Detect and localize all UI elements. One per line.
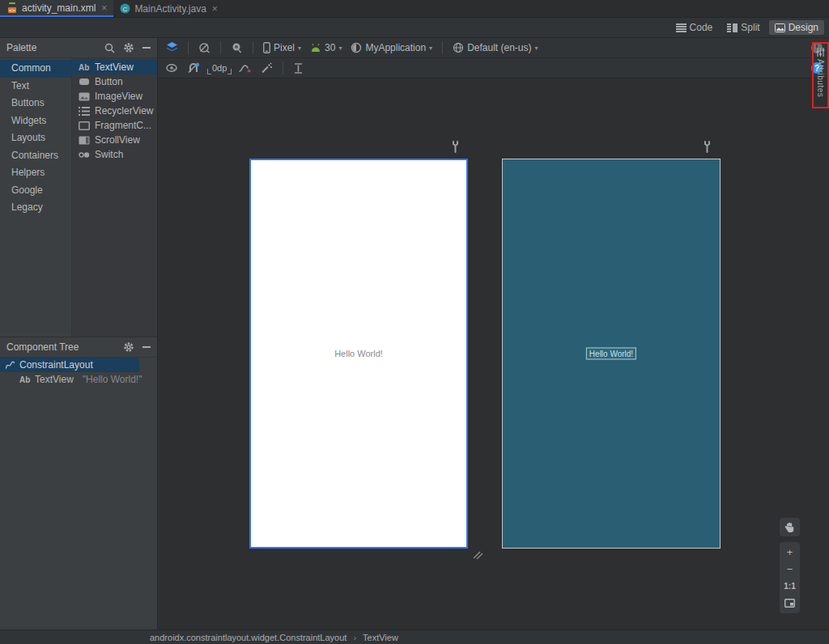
attributes-tab-label: Attributes bbox=[816, 59, 825, 97]
palette-header: Palette bbox=[0, 38, 157, 58]
design-label: Design bbox=[789, 22, 818, 33]
tab-label: MainActivity.java bbox=[134, 3, 206, 15]
system-ui-mode-button[interactable] bbox=[229, 40, 244, 55]
design-editor: Pixel ▾ 30 ▾ MyApplication ▾ bbox=[158, 38, 829, 629]
imageview-icon bbox=[79, 92, 90, 101]
code-icon bbox=[676, 23, 687, 32]
hello-world-text[interactable]: Hello World! bbox=[334, 349, 383, 358]
gear-icon[interactable] bbox=[123, 341, 134, 353]
tab-label: activity_main.xml bbox=[22, 2, 96, 14]
zoom-actual-size-button[interactable]: 1:1 bbox=[780, 578, 800, 595]
palette-item-textview[interactable]: Ab TextView bbox=[72, 60, 157, 74]
design-icon bbox=[775, 23, 785, 32]
palette-item-fragmentcontainer[interactable]: FragmentC... bbox=[72, 118, 157, 133]
zoom-to-fit-button[interactable] bbox=[780, 595, 800, 612]
clear-constraints-icon: × bbox=[239, 63, 252, 74]
minimize-icon[interactable] bbox=[142, 44, 151, 52]
zoom-controls: + − 1:1 bbox=[780, 542, 800, 613]
design-config-wrench-icon[interactable] bbox=[450, 141, 461, 153]
palette-category-google[interactable]: Google bbox=[0, 182, 71, 200]
magnet-icon bbox=[188, 62, 200, 74]
palette-item-switch[interactable]: Switch bbox=[72, 147, 157, 162]
orientation-button[interactable] bbox=[197, 40, 212, 55]
design-view-button[interactable]: Design bbox=[769, 20, 824, 35]
distribute-icon bbox=[293, 63, 304, 74]
tab-close-icon[interactable]: × bbox=[101, 2, 107, 14]
device-selector[interactable]: Pixel ▾ bbox=[261, 40, 303, 55]
magic-wand-icon bbox=[261, 62, 273, 74]
view-options-button[interactable] bbox=[164, 62, 181, 74]
scrollview-icon bbox=[79, 136, 90, 145]
locale-selector[interactable]: Default (en-us) ▾ bbox=[451, 40, 539, 55]
tree-item-textview[interactable]: Ab TextView "Hello World!" bbox=[0, 372, 157, 387]
tree-item-constraintlayout[interactable]: ConstraintLayout bbox=[0, 358, 139, 372]
design-surface-button[interactable] bbox=[164, 40, 180, 55]
tab-activity-main-xml[interactable]: <> activity_main.xml × bbox=[0, 0, 113, 17]
blueprint-surface-preview[interactable]: Hello World! bbox=[502, 159, 721, 549]
palette-item-label: ImageView bbox=[95, 91, 142, 102]
zoom-out-button[interactable]: − bbox=[780, 561, 800, 578]
gear-icon[interactable] bbox=[123, 42, 134, 53]
theme-icon bbox=[351, 42, 362, 53]
globe-icon bbox=[453, 42, 464, 53]
palette-category-widgets[interactable]: Widgets bbox=[0, 112, 71, 130]
chevron-down-icon: ▾ bbox=[338, 44, 342, 52]
palette-item-button[interactable]: Button bbox=[72, 74, 157, 89]
hello-world-textview-blueprint[interactable]: Hello World! bbox=[586, 348, 636, 360]
palette-item-label: Switch bbox=[95, 149, 123, 160]
split-view-button[interactable]: Split bbox=[721, 20, 765, 35]
palette-item-label: ScrollView bbox=[95, 134, 140, 146]
code-view-button[interactable]: Code bbox=[670, 20, 719, 35]
infer-constraints-button[interactable] bbox=[259, 61, 274, 75]
theme-selector[interactable]: MyApplication ▾ bbox=[349, 40, 434, 55]
autoconnect-button[interactable] bbox=[186, 61, 202, 75]
palette-item-imageview[interactable]: ImageView bbox=[72, 89, 157, 104]
attributes-sliders-icon bbox=[816, 48, 825, 57]
design-surface-preview[interactable]: Hello World! bbox=[249, 159, 468, 549]
attributes-tab[interactable]: Attributes bbox=[814, 45, 827, 105]
main-region: Palette Common Text Buttons Widgets Layo… bbox=[0, 38, 829, 629]
palette-category-containers[interactable]: Containers bbox=[0, 147, 71, 165]
api-label: 30 bbox=[325, 42, 335, 53]
palette-item-recyclerview[interactable]: RecyclerView bbox=[72, 104, 157, 118]
eye-icon bbox=[166, 64, 179, 73]
design-canvas[interactable]: Hello World! Hello World! + − 1:1 bbox=[158, 78, 829, 629]
default-margin-selector[interactable]: 0dp bbox=[207, 63, 232, 73]
api-version-selector[interactable]: 30 ▾ bbox=[308, 40, 343, 55]
search-icon[interactable] bbox=[104, 43, 115, 53]
palette-category-legacy[interactable]: Legacy bbox=[0, 199, 71, 217]
palette-category-buttons[interactable]: Buttons bbox=[0, 95, 71, 112]
split-icon bbox=[727, 23, 738, 32]
pan-tool-button[interactable] bbox=[780, 518, 800, 536]
tab-mainactivity-java[interactable]: C MainActivity.java × bbox=[113, 0, 224, 17]
breadcrumb-textview[interactable]: TextView bbox=[363, 633, 398, 642]
align-pack-button[interactable] bbox=[291, 61, 305, 75]
clear-constraints-button[interactable]: × bbox=[237, 61, 253, 75]
minimize-icon[interactable] bbox=[142, 343, 151, 351]
textview-icon: Ab bbox=[19, 375, 31, 384]
code-label: Code bbox=[690, 22, 713, 33]
design-toolbar: Pixel ▾ 30 ▾ MyApplication ▾ bbox=[158, 38, 829, 58]
android-icon bbox=[310, 44, 321, 53]
blueprint-config-wrench-icon[interactable] bbox=[702, 141, 712, 153]
component-tree-header: Component Tree bbox=[0, 337, 157, 358]
palette-category-text[interactable]: Text bbox=[0, 78, 71, 95]
palette-category-layouts[interactable]: Layouts bbox=[0, 129, 71, 147]
zoom-in-button[interactable]: + bbox=[780, 544, 800, 561]
tab-close-icon[interactable]: × bbox=[212, 3, 218, 15]
palette-category-helpers[interactable]: Helpers bbox=[0, 164, 71, 182]
palette-items: Ab TextView Button ImageView RecyclerVie… bbox=[72, 58, 157, 337]
palette-categories: Common Text Buttons Widgets Layouts Cont… bbox=[0, 58, 72, 337]
svg-text:<>: <> bbox=[9, 6, 15, 13]
breadcrumb-separator: › bbox=[353, 633, 356, 642]
palette-item-label: Button bbox=[95, 76, 123, 87]
tree-item-label: TextView bbox=[35, 374, 74, 385]
orientation-icon bbox=[198, 42, 210, 53]
java-class-icon: C bbox=[120, 3, 130, 14]
breadcrumb-constraintlayout[interactable]: androidx.constraintlayout.widget.Constra… bbox=[150, 633, 346, 642]
layers-icon bbox=[166, 42, 178, 53]
palette-item-scrollview[interactable]: ScrollView bbox=[72, 133, 157, 147]
palette-category-common[interactable]: Common bbox=[0, 60, 71, 78]
recyclerview-icon bbox=[79, 107, 90, 116]
resize-handle[interactable] bbox=[472, 549, 483, 560]
